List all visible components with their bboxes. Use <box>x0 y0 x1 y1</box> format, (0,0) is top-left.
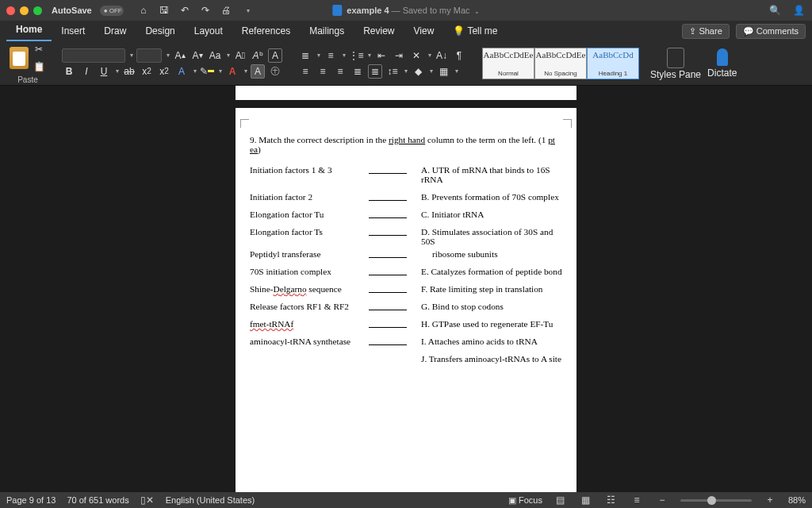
underline-button[interactable]: U <box>97 64 111 79</box>
borders-icon[interactable]: ▦ <box>436 64 450 79</box>
tab-draw[interactable]: Draw <box>94 21 136 41</box>
sort-icon[interactable]: A↓ <box>435 48 449 63</box>
font-size-select[interactable] <box>136 48 162 63</box>
page[interactable]: 9. Match the correct description in the … <box>236 108 576 492</box>
char-shading-icon[interactable]: A <box>251 64 265 79</box>
enclose-char-icon[interactable]: ㊉ <box>268 64 282 79</box>
left-term: Shine-Delgarno sequence <box>250 284 369 294</box>
style-heading1[interactable]: AaBbCcDdHeading 1 <box>587 48 639 79</box>
search-icon[interactable]: 🔍 <box>768 3 782 17</box>
web-layout-view-icon[interactable]: ▦ <box>579 495 593 506</box>
tab-references[interactable]: References <box>232 21 300 41</box>
title-dropdown-icon[interactable]: ⌄ <box>474 8 480 15</box>
numbering-icon[interactable]: ≡ <box>324 48 338 63</box>
highlight-icon[interactable]: ✎ <box>200 64 214 79</box>
size-dd-icon[interactable]: ▾ <box>167 52 170 59</box>
multilevel-icon[interactable]: ⋮≡ <box>349 48 363 63</box>
dictate-button[interactable]: Dictate <box>707 48 737 79</box>
comments-button[interactable]: 💬 Comments <box>736 24 806 39</box>
distributed-icon[interactable]: ≣ <box>368 64 382 79</box>
italic-button[interactable]: I <box>79 64 94 79</box>
q-prefix: 9. Match the correct description in the <box>250 135 389 144</box>
spellcheck-icon[interactable]: ▯✕ <box>140 495 155 506</box>
autosave-toggle[interactable]: ● OFF <box>100 6 124 16</box>
answer-blank[interactable] <box>369 284 407 293</box>
paste-icon[interactable] <box>10 47 29 69</box>
account-icon[interactable]: 👤 <box>791 3 806 17</box>
clear-format-icon[interactable]: A⃠ <box>233 48 247 63</box>
tab-view[interactable]: View <box>404 21 444 41</box>
undo-icon[interactable]: ↶ <box>178 3 192 17</box>
font-family-select[interactable] <box>62 48 125 63</box>
styles-pane-button[interactable]: Styles Pane <box>650 48 701 79</box>
copy-icon[interactable]: 📋 <box>32 60 46 74</box>
answer-blank[interactable] <box>369 337 407 345</box>
focus-mode[interactable]: ▣ Focus <box>508 495 542 506</box>
redo-icon[interactable]: ↷ <box>198 3 213 17</box>
align-center-icon[interactable]: ≡ <box>316 64 330 79</box>
zoom-slider[interactable] <box>680 499 752 502</box>
dictate-label: Dictate <box>707 67 737 79</box>
print-layout-view-icon[interactable]: ▤ <box>553 495 568 506</box>
answer-blank[interactable] <box>369 302 407 310</box>
document-area[interactable]: 9. Match the correct description in the … <box>0 86 812 492</box>
superscript-button[interactable]: x2 <box>157 64 171 79</box>
style-nospacing[interactable]: AaBbCcDdEeNo Spacing <box>534 48 587 79</box>
outline-view-icon[interactable]: ☷ <box>604 495 619 506</box>
bold-button[interactable]: B <box>62 64 76 79</box>
font-color-icon[interactable]: A <box>225 64 239 79</box>
line-spacing-icon[interactable]: ↕≡ <box>385 64 400 79</box>
tab-tellme[interactable]: 💡 Tell me <box>443 21 507 41</box>
font-dd-icon[interactable]: ▾ <box>130 52 133 59</box>
home-icon[interactable]: ⌂ <box>136 3 151 17</box>
align-left-icon[interactable]: ≡ <box>298 64 312 79</box>
tab-review[interactable]: Review <box>354 21 404 41</box>
justify-icon[interactable]: ≣ <box>350 64 365 79</box>
tab-home[interactable]: Home <box>6 20 52 41</box>
shine-post: sequence <box>307 284 342 294</box>
share-button[interactable]: ⇪ Share <box>682 24 729 39</box>
char-border-icon[interactable]: A <box>268 48 282 63</box>
save-icon[interactable]: 🖫 <box>157 3 171 17</box>
minimize-window-icon[interactable] <box>20 6 29 15</box>
cut-icon[interactable]: ✂ <box>32 42 46 56</box>
zoom-in-icon[interactable]: + <box>763 495 777 506</box>
style-normal[interactable]: AaBbCcDdEeNormal <box>482 48 534 79</box>
answer-blank[interactable] <box>369 192 407 201</box>
shading-icon[interactable]: ◆ <box>411 64 425 79</box>
strikethrough-button[interactable]: ab <box>122 64 136 79</box>
maximize-window-icon[interactable] <box>33 6 42 15</box>
zoom-thumb[interactable] <box>707 496 716 505</box>
answer-blank[interactable] <box>369 249 407 258</box>
decrease-indent-icon[interactable]: ⇤ <box>374 48 389 63</box>
change-case-icon[interactable]: Aa <box>208 48 222 63</box>
tab-insert[interactable]: Insert <box>52 21 94 41</box>
align-right-icon[interactable]: ≡ <box>333 64 347 79</box>
increase-font-icon[interactable]: A▴ <box>173 48 187 63</box>
tab-mailings[interactable]: Mailings <box>300 21 354 41</box>
page-indicator[interactable]: Page 9 of 13 <box>6 495 56 505</box>
answer-blank[interactable] <box>369 210 407 218</box>
bullets-icon[interactable]: ≣ <box>298 48 312 63</box>
language-indicator[interactable]: English (United States) <box>166 495 255 505</box>
answer-blank[interactable] <box>369 319 407 328</box>
answer-blank[interactable] <box>369 227 407 236</box>
answer-blank[interactable] <box>369 165 407 174</box>
text-effects-icon[interactable]: A <box>174 64 189 79</box>
zoom-out-icon[interactable]: − <box>655 495 669 506</box>
asian-layout-icon[interactable]: ✕ <box>409 48 423 63</box>
tab-design[interactable]: Design <box>136 21 184 41</box>
show-marks-icon[interactable]: ¶ <box>452 48 466 63</box>
subscript-button[interactable]: x2 <box>140 64 154 79</box>
close-window-icon[interactable] <box>6 6 15 15</box>
decrease-font-icon[interactable]: A▾ <box>190 48 205 63</box>
qat-dropdown-icon[interactable]: ▾ <box>241 3 255 17</box>
draft-view-icon[interactable]: ≡ <box>630 495 644 506</box>
print-icon[interactable]: 🖨 <box>219 3 233 17</box>
increase-indent-icon[interactable]: ⇥ <box>392 48 406 63</box>
phonetic-icon[interactable]: Aᵇ <box>251 48 265 63</box>
zoom-level[interactable]: 88% <box>788 495 806 505</box>
answer-blank[interactable] <box>369 267 407 275</box>
tab-layout[interactable]: Layout <box>185 21 232 41</box>
word-count[interactable]: 70 of 651 words <box>67 495 128 505</box>
